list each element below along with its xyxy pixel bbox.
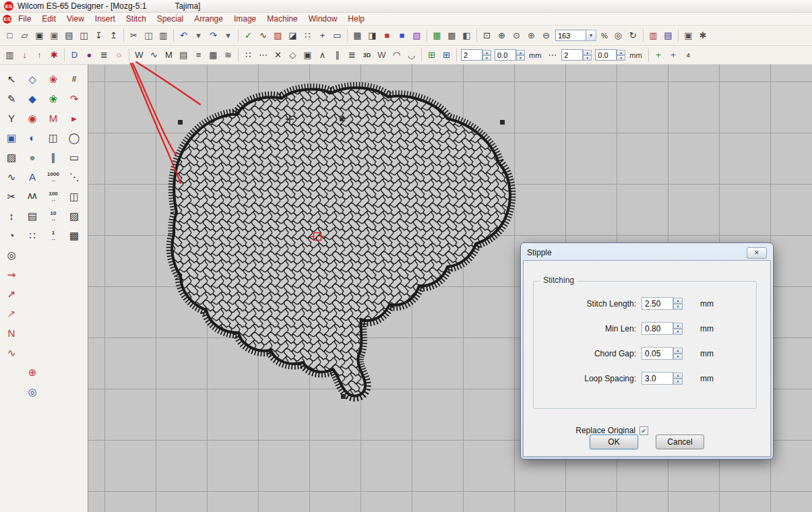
- needle-point-icon[interactable]: ↓: [18, 48, 32, 62]
- sparse-fill-icon[interactable]: ⋯: [256, 48, 270, 62]
- tool-icon[interactable]: [65, 267, 83, 282]
- zoom-input[interactable]: [555, 30, 586, 41]
- cut-icon[interactable]: ✂: [127, 28, 141, 42]
- redraw-icon[interactable]: ↻: [626, 28, 640, 42]
- chevron-fill-icon[interactable]: ∧: [315, 48, 330, 62]
- open-file-icon[interactable]: ▱: [18, 28, 32, 42]
- scale-1000-icon[interactable]: 1000 ↔: [44, 169, 62, 185]
- menu-item[interactable]: Edit: [36, 13, 61, 24]
- paste-icon[interactable]: ▥: [156, 28, 170, 42]
- export-machine-icon[interactable]: ↧: [92, 28, 106, 42]
- print-icon[interactable]: ▤: [62, 28, 76, 42]
- menu-item[interactable]: Image: [228, 13, 261, 24]
- parameter-input[interactable]: [642, 297, 673, 310]
- spacing-icon[interactable]: ⋯: [545, 48, 559, 62]
- column-tool-icon[interactable]: ◫: [44, 130, 62, 146]
- menu-item[interactable]: Stitch: [121, 13, 152, 24]
- ok-button[interactable]: OK: [590, 435, 638, 449]
- lines-fill-icon[interactable]: ≣: [345, 48, 359, 62]
- weave-fill-icon[interactable]: ≡: [191, 48, 206, 62]
- circle-ring-icon[interactable]: ◎: [24, 384, 41, 399]
- thread-color-red-icon[interactable]: ■: [380, 28, 394, 42]
- polygon-tool-icon[interactable]: ◆: [24, 91, 41, 106]
- tatami-stitch-icon[interactable]: ▤: [177, 48, 191, 62]
- sprout-green-icon[interactable]: ❀: [44, 91, 62, 106]
- tool-icon[interactable]: [65, 364, 83, 380]
- tool-icon[interactable]: [65, 384, 83, 399]
- globe-icon[interactable]: ◐: [24, 130, 41, 146]
- tool-icon[interactable]: [65, 306, 83, 321]
- zoom-out-icon[interactable]: ⊖: [539, 28, 553, 42]
- value-input[interactable]: [561, 49, 583, 61]
- stipple-icon[interactable]: ≣: [97, 48, 111, 62]
- target-tool-icon[interactable]: ◉: [24, 110, 41, 126]
- menu-item[interactable]: View: [61, 13, 90, 24]
- ring-tool-icon[interactable]: ◎: [3, 247, 20, 263]
- rectangle-tool-icon[interactable]: ▭: [65, 150, 83, 165]
- thread-color-blue-icon[interactable]: ■: [395, 28, 409, 42]
- menu-item[interactable]: Special: [152, 13, 189, 24]
- tool-icon[interactable]: [24, 247, 41, 263]
- pan-icon[interactable]: ◎: [611, 28, 625, 42]
- redo-dropdown-icon[interactable]: ▾: [221, 28, 235, 42]
- scale-10-icon[interactable]: 10 ↔: [44, 208, 62, 224]
- chevron-down-icon[interactable]: ▾: [586, 30, 596, 41]
- options-icon[interactable]: ✱: [696, 28, 710, 42]
- zoom-plus-icon[interactable]: ⊕: [524, 28, 538, 42]
- value-input[interactable]: [461, 49, 482, 61]
- n-stitch-icon[interactable]: N: [3, 325, 20, 341]
- spin-up-icon[interactable]: ▲: [482, 50, 491, 55]
- diamond-fill-icon[interactable]: ◇: [286, 48, 300, 62]
- wye-branch-icon[interactable]: Y: [3, 110, 20, 126]
- move-design-green-icon[interactable]: +: [652, 48, 666, 62]
- spin-down-icon[interactable]: ▼: [673, 354, 683, 360]
- redo-icon[interactable]: ↷: [206, 28, 220, 42]
- box-tool-icon[interactable]: ▤: [24, 208, 41, 224]
- tool-icon[interactable]: [65, 325, 83, 341]
- tool-icon[interactable]: [44, 364, 62, 380]
- dot-object-icon[interactable]: ●: [82, 48, 96, 62]
- satin-stitch-icon[interactable]: W: [132, 48, 146, 62]
- columns-view-icon[interactable]: ▥: [3, 48, 17, 62]
- zoom-in-icon[interactable]: ⊕: [495, 28, 509, 42]
- library-icon[interactable]: ▣: [681, 28, 695, 42]
- applique-icon[interactable]: ΛΛ: [24, 189, 41, 204]
- ellipse-tool-icon[interactable]: ◯: [65, 130, 83, 146]
- threeD-effect-icon[interactable]: 3D: [360, 48, 374, 62]
- parameter-input[interactable]: [642, 322, 673, 335]
- arc-up-icon[interactable]: ◠: [389, 48, 404, 62]
- node-edit-icon[interactable]: ✎: [3, 91, 20, 106]
- spin-up-icon[interactable]: ▲: [583, 50, 592, 55]
- menu-item[interactable]: File: [13, 13, 36, 24]
- spin-up-icon[interactable]: ▲: [673, 298, 683, 304]
- copy-icon[interactable]: ◫: [142, 28, 156, 42]
- wave-fill-icon[interactable]: ≋: [221, 48, 235, 62]
- w-stitch-icon[interactable]: W: [375, 48, 389, 62]
- menu-item[interactable]: Window: [303, 13, 343, 24]
- tool-icon[interactable]: [44, 286, 62, 302]
- e-stitch-icon[interactable]: M: [162, 48, 176, 62]
- tool-icon[interactable]: [65, 286, 83, 302]
- n-curve-icon[interactable]: ∿: [3, 345, 20, 360]
- zigzag-stitch-icon[interactable]: ∿: [147, 48, 161, 62]
- select-check-icon[interactable]: ✓: [241, 28, 255, 42]
- grid-color-blue-icon[interactable]: ⊞: [439, 48, 454, 62]
- spin-down-icon[interactable]: ▼: [673, 379, 683, 385]
- grid-fill-icon[interactable]: ▦: [206, 48, 220, 62]
- zoom-1to1-icon[interactable]: ⊙: [509, 28, 524, 42]
- design-d-icon[interactable]: D: [67, 48, 82, 62]
- menu-item[interactable]: Insert: [90, 13, 121, 24]
- scale-100-icon[interactable]: 100 ↔: [44, 189, 62, 204]
- scatter-red-icon[interactable]: ✱: [47, 48, 61, 62]
- columns-icon[interactable]: ◫: [65, 189, 83, 204]
- menu-item[interactable]: Machine: [261, 13, 303, 24]
- dot-fill-icon[interactable]: ∷: [241, 48, 255, 62]
- spin-down-icon[interactable]: ▼: [673, 329, 683, 335]
- outline-fill-icon[interactable]: ◪: [286, 28, 300, 42]
- sphere-icon[interactable]: ●: [24, 150, 41, 165]
- menu-item[interactable]: Arrange: [189, 13, 228, 24]
- run-red-icon[interactable]: ⇝: [3, 267, 20, 282]
- save-icon[interactable]: ▣: [32, 28, 46, 42]
- spin-down-icon[interactable]: ▼: [516, 55, 525, 61]
- fan-tool-icon[interactable]: ◔: [3, 228, 20, 243]
